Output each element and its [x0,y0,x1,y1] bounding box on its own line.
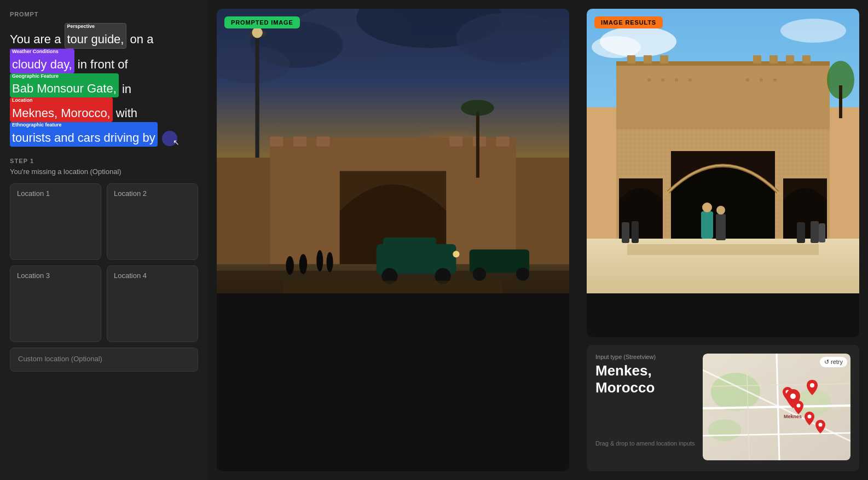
svg-rect-65 [819,223,825,242]
prompt-label: PROMPT [10,11,198,18]
svg-point-29 [299,254,308,274]
svg-rect-15 [316,136,329,146]
svg-point-9 [252,27,262,38]
custom-location-box[interactable]: Custom location (Optional) [10,348,198,372]
tag-ethnographic: Ethnographic feature tourists and cars d… [10,122,158,147]
svg-point-60 [702,203,712,212]
streetview-panel: Input type (Streetview) Menkes, Morocco … [587,345,859,471]
location-name-large: Menkes, Morocco [595,362,695,396]
svg-rect-63 [797,222,805,243]
svg-point-93 [808,415,812,419]
prompt-plain-2: on a [130,32,154,46]
location-box-4-label: Location 4 [114,271,147,280]
svg-rect-76 [786,55,794,63]
results-image [587,9,859,293]
prompted-image [217,9,569,293]
svg-point-32 [286,256,294,275]
prompt-plain-1: You are a [10,32,65,46]
streetview-info: Input type (Streetview) Menkes, Morocco … [595,354,695,462]
svg-text:Meknes: Meknes [784,414,802,419]
prompt-plain-5: with [116,106,137,120]
svg-rect-18 [496,136,509,146]
input-type-label: Input type (Streetview) [595,354,695,360]
svg-rect-61 [716,214,726,240]
cursor-indicator [162,131,177,146]
svg-point-49 [675,78,678,82]
tag-geographic-feature: Geographic Feature Bab Monsour Gate, [10,73,119,98]
svg-point-79 [711,373,760,411]
svg-rect-22 [383,238,436,251]
svg-rect-73 [660,55,668,63]
prompted-image-badge: PROMPTED IMAGE [224,16,300,28]
svg-point-94 [819,423,823,427]
tag-perspective: Perspective tour guide, [65,23,127,49]
results-container: IMAGE RESULTS [587,9,859,337]
location-box-3[interactable]: Location 3 [10,265,101,342]
left-panel: PROMPT You are a Perspective tour guide,… [0,0,208,480]
location-box-4[interactable]: Location 4 [107,265,198,342]
location-box-2-label: Location 2 [114,189,147,198]
svg-rect-72 [644,55,652,63]
svg-point-28 [516,268,529,281]
svg-point-41 [592,36,641,58]
svg-point-31 [326,252,333,272]
svg-point-5 [456,13,562,63]
right-panel: IMAGE RESULTS [578,0,868,480]
svg-rect-58 [627,244,819,255]
svg-rect-59 [701,211,713,239]
svg-rect-33 [283,281,503,293]
svg-rect-46 [616,63,830,129]
drag-drop-hint: Drag & drop to amend location inputs [595,396,695,447]
svg-point-51 [746,78,749,82]
svg-rect-16 [449,136,462,146]
location-grid: Location 1 Location 2 [10,183,198,260]
svg-point-90 [810,383,814,388]
svg-point-30 [316,250,323,271]
center-panel: PROMPTED IMAGE [208,0,578,480]
prompt-plain-3: in front of [78,57,128,71]
svg-rect-34 [476,111,479,178]
svg-rect-77 [802,55,811,63]
svg-rect-64 [811,221,819,243]
location-box-3-label: Location 3 [17,271,50,280]
svg-rect-13 [270,136,283,146]
svg-point-62 [716,206,725,215]
svg-rect-71 [627,55,635,63]
tag-location: Location Meknes, Morocco, [10,97,113,122]
svg-point-35 [461,100,494,115]
location-box-2[interactable]: Location 2 [107,183,198,260]
location-grid-2: Location 3 Location 4 [10,265,198,342]
svg-point-50 [688,78,692,82]
results-badge: IMAGE RESULTS [594,16,663,28]
svg-rect-66 [622,222,629,243]
svg-rect-75 [769,55,778,63]
prompted-image-container: PROMPTED IMAGE [217,9,569,471]
location-box-1-label: Location 1 [17,189,50,198]
map-svg: Meknes [703,354,850,460]
missing-location-text: You're missing a location (Optional) [10,167,198,176]
svg-point-92 [797,404,801,408]
svg-point-47 [647,78,651,82]
tag-weather: Weather Conditions cloudy day, [10,49,74,73]
svg-point-81 [708,419,741,441]
svg-point-48 [661,78,664,82]
svg-point-53 [773,78,777,82]
svg-point-42 [780,19,846,43]
step-label: STEP 1 [10,158,198,164]
svg-point-27 [473,268,486,281]
retry-button[interactable]: ↺ retry [820,357,847,367]
svg-rect-74 [753,55,761,63]
svg-point-95 [790,394,796,399]
svg-rect-67 [632,221,639,243]
map-container: Meknes [703,354,850,462]
prompt-text: You are a Perspective tour guide, on a W… [10,23,198,147]
svg-point-25 [453,251,459,257]
custom-location-label: Custom location (Optional) [18,355,102,363]
svg-rect-14 [293,136,306,146]
prompt-plain-4: in [122,82,131,95]
svg-rect-69 [839,85,842,118]
svg-point-52 [760,78,763,82]
location-box-1[interactable]: Location 1 [10,183,101,260]
